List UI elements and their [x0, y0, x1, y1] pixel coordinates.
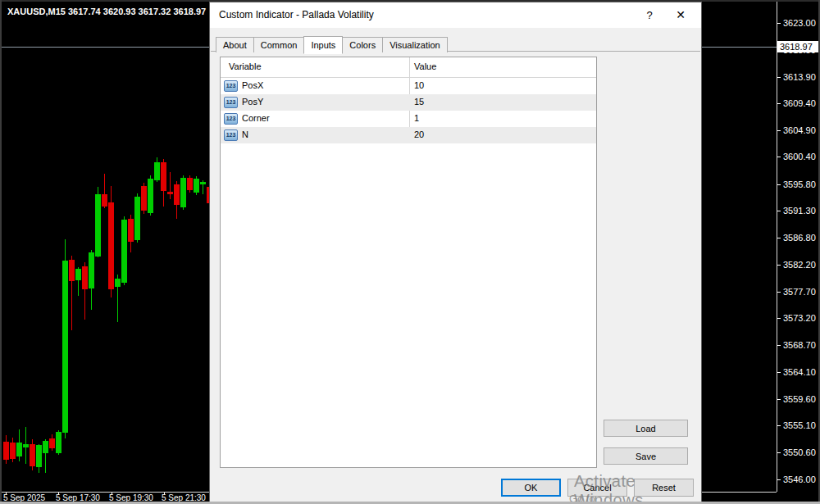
variable-name: PosX — [242, 80, 263, 90]
tab-inputs[interactable]: Inputs — [303, 36, 343, 54]
price-tick-label: 3623.00 — [783, 18, 816, 28]
price-tick-label: 3555.10 — [783, 420, 816, 430]
table-row[interactable]: 123N20 — [221, 127, 596, 143]
candle — [141, 186, 147, 211]
candle — [69, 260, 75, 281]
candle — [128, 219, 134, 242]
table-row[interactable]: 123Corner1 — [221, 111, 596, 127]
price-axis[interactable]: 3623.003618.503613.903609.403604.903600.… — [777, 2, 818, 492]
price-tick-dash — [777, 211, 781, 211]
candle — [30, 444, 35, 466]
candle — [56, 432, 61, 453]
variable-value[interactable]: 20 — [414, 129, 424, 139]
price-tick-label: 3595.80 — [783, 179, 816, 189]
candle — [194, 179, 199, 193]
variable-name: Corner — [242, 113, 270, 123]
tab-visualization[interactable]: Visualization — [382, 37, 448, 52]
numeric-input-icon: 123 — [224, 113, 238, 125]
candle — [62, 261, 68, 433]
application-window: XAUUSD,M15 3617.74 3620.93 3617.32 3618.… — [0, 0, 820, 504]
candle — [187, 178, 193, 190]
dialog-body: AboutCommonInputsColorsVisualization Var… — [210, 28, 701, 502]
table-header: Variable Value — [221, 57, 596, 78]
help-icon[interactable]: ? — [637, 2, 662, 28]
price-tick-label: 3600.40 — [783, 152, 816, 161]
table-row[interactable]: 123PosX10 — [221, 78, 596, 94]
price-tick-label: 3550.60 — [783, 447, 816, 457]
dialog-title: Custom Indicator - Pallada Volatility — [219, 2, 374, 28]
price-tick-dash — [777, 292, 781, 293]
price-tick-dash — [777, 425, 781, 426]
price-tick-dash — [777, 345, 781, 346]
price-tick-dash — [777, 130, 781, 131]
tab-colors[interactable]: Colors — [342, 37, 383, 52]
reset-button[interactable]: Reset — [634, 479, 694, 497]
price-tick-dash — [777, 184, 781, 185]
current-price-tag: 3618.97 — [777, 41, 818, 52]
cancel-button[interactable]: Cancel — [567, 479, 627, 497]
price-tick-dash — [777, 103, 781, 104]
candle — [3, 442, 9, 460]
candle — [16, 443, 22, 456]
save-button[interactable]: Save — [604, 447, 688, 465]
load-button[interactable]: Load — [604, 420, 688, 437]
ok-button[interactable]: OK — [501, 479, 561, 497]
tab-common[interactable]: Common — [253, 37, 305, 52]
price-tick-dash — [777, 399, 781, 400]
close-icon[interactable]: ✕ — [668, 2, 693, 28]
candle — [102, 194, 107, 207]
price-tick-dash — [777, 318, 781, 319]
column-header-variable: Variable — [229, 61, 262, 71]
window-border-left — [0, 0, 2, 504]
candle — [108, 202, 114, 289]
candle — [82, 266, 88, 289]
candle — [167, 192, 173, 194]
candle — [180, 178, 186, 207]
candle — [148, 179, 153, 213]
price-tick-dash — [777, 238, 781, 238]
price-tick-dash — [777, 265, 781, 266]
price-tick-label: 3577.70 — [783, 287, 816, 297]
price-tick-label: 3586.80 — [783, 233, 816, 243]
price-tick-label: 3564.10 — [783, 367, 816, 377]
candle — [174, 184, 180, 205]
numeric-input-icon: 123 — [224, 129, 238, 141]
candle — [121, 220, 127, 283]
candle — [89, 252, 94, 288]
candle — [23, 444, 29, 447]
price-tick-label: 3568.70 — [783, 340, 816, 350]
table-row[interactable]: 123PosY15 — [221, 94, 596, 111]
candle — [115, 279, 121, 287]
variable-value[interactable]: 15 — [414, 97, 424, 107]
variable-value[interactable]: 10 — [414, 80, 424, 90]
candle — [10, 443, 16, 459]
candle — [36, 445, 42, 467]
numeric-input-icon: 123 — [224, 80, 238, 92]
price-tick-dash — [777, 479, 781, 480]
variable-value[interactable]: 1 — [414, 113, 419, 123]
numeric-input-icon: 123 — [224, 97, 238, 108]
price-tick-dash — [777, 157, 781, 157]
price-tick-dash — [777, 23, 781, 24]
candle — [200, 182, 206, 184]
price-tick-label: 3604.90 — [783, 125, 816, 135]
table-rows: 123PosX10123PosY15123Corner1123N20 — [221, 78, 596, 143]
price-tick-label: 3613.90 — [783, 72, 816, 82]
candle — [95, 194, 101, 257]
candle — [161, 162, 166, 191]
price-tick-dash — [777, 77, 781, 78]
candle — [49, 438, 55, 448]
price-tick-label: 3609.40 — [783, 98, 816, 108]
price-tick-label: 3591.30 — [783, 206, 816, 216]
indicator-dialog: Custom Indicator - Pallada Volatility ? … — [209, 2, 702, 502]
candle — [154, 162, 160, 180]
tab-about[interactable]: About — [216, 37, 254, 52]
price-tick-label: 3559.60 — [783, 394, 816, 404]
price-tick-dash — [777, 372, 781, 373]
dialog-title-bar[interactable]: Custom Indicator - Pallada Volatility ? … — [210, 2, 701, 28]
column-header-value: Value — [414, 61, 436, 71]
price-tick-label: 3573.20 — [783, 313, 816, 323]
price-tick-label: 3582.20 — [783, 260, 816, 270]
chart-symbol-ohlc: XAUUSD,M15 3617.74 3620.93 3617.32 3618.… — [7, 7, 206, 16]
candle — [43, 441, 48, 453]
